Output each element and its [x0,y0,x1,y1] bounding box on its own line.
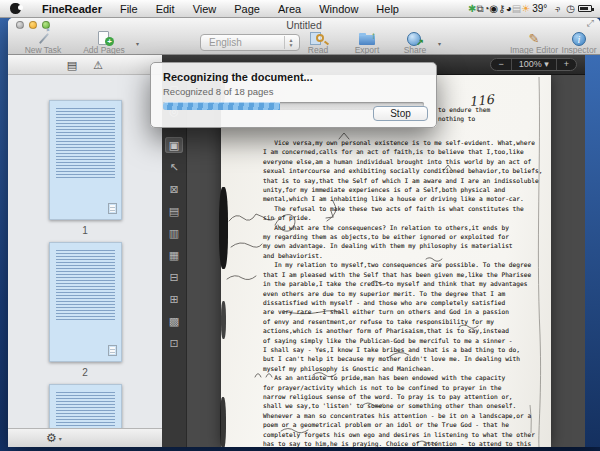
progress-bar-fill [163,102,280,110]
menu-bar: FineReaderFileEditViewPageAreaWindowHelp… [0,0,600,18]
language-select[interactable]: English ▲▼ [200,34,300,51]
share-button[interactable]: ↗▾ Share [392,31,438,55]
title-bar[interactable]: Untitled ⤢ [8,18,600,32]
scanned-page[interactable]: 116 to endure them nothing to Vice versa… [221,75,551,447]
recognized-badge-icon [108,345,117,356]
handwriting-annotations [221,75,551,447]
apple-menu-icon[interactable] [10,3,21,14]
draw-recognition-area-tool[interactable]: ▣ [165,137,183,153]
sidebar-footer: ⚙ ▾ [8,428,162,447]
thumbnail-page-number: 2 [49,362,122,384]
page-thumbnail[interactable] [49,242,122,362]
zoom-control: − 100% ▾ + [490,58,577,71]
thumbnail-list: 123 [8,75,162,428]
pages-sidebar: ▤⚠ 123 ⚙ ▾ [8,55,162,447]
zoom-level-dropdown[interactable]: 100% ▾ [511,59,557,70]
menu-item-help[interactable]: Help [367,3,408,15]
thumbnail-item: 2 [49,242,122,384]
desktop-edge [585,55,600,447]
read-icon [296,31,340,46]
weather-icon[interactable]: ☀ [521,3,530,14]
add-pages-icon: +▾ [72,31,136,46]
menu-item-view[interactable]: View [184,3,226,15]
window-title: Untitled [8,19,600,31]
thumbnail-item: 3 [49,384,122,428]
export-icon: ↑ [344,31,390,46]
add-horizontal-separator-tool[interactable]: ⊟ [165,269,183,285]
read-button[interactable]: Read [296,31,340,55]
image-editor-pencil-icon: ✎ [506,31,562,46]
fullscreen-icon[interactable]: ⤢ [587,18,594,29]
inspector-info-icon: i [558,31,600,46]
battery-icon[interactable] [578,5,592,12]
trailing-status-icons: »◷ [549,0,575,18]
status-icons: ✱⧉◔◉⚷◕▤☀ [468,0,530,18]
menu-item-finereader[interactable]: FineReader [33,3,111,15]
text-area-tool[interactable]: ▤ [165,203,183,219]
thumbnail-text-preview [56,250,115,322]
list-icon[interactable]: ▤ [512,3,521,14]
key-icon[interactable]: ⚷ [498,3,505,14]
add-pages-button[interactable]: +▾ Add Pages [72,31,136,55]
status-area: ✱⧉◔◉⚷◕▤☀ 39° »◷ [468,0,600,18]
dialog-title: Recognizing the document... [163,71,424,83]
delete-separator-tool[interactable]: ▩ [165,313,183,329]
delete-area-tool[interactable]: ⊠ [165,181,183,197]
warnings-tab[interactable]: ⚠ [93,55,103,75]
dialog-status: Recognized 8 of 18 pages [163,86,424,97]
gear-icon[interactable]: ⚙ [46,429,57,448]
stop-button[interactable]: Stop [373,106,428,121]
page-canvas[interactable]: 116 to endure them nothing to Vice versa… [188,75,585,447]
thumbnail-text-preview [56,392,115,428]
picture-area-tool[interactable]: ▥ [165,225,183,241]
thumbnail-item: 1 [49,100,122,242]
sidebar-header: ▤⚠ [8,55,162,75]
thumbnail-page-number: 1 [49,220,122,242]
page-thumbnail[interactable] [49,384,122,428]
menu-items: FineReaderFileEditViewPageAreaWindowHelp [33,0,408,18]
analyze-table-tool[interactable]: ⊡ [165,335,183,351]
share-icon: ↗▾ [392,31,438,46]
export-button[interactable]: ↑ Export [344,31,390,55]
area-tools-toolbar: ◻◎▣↖⊠▤▥▦⊟⊞▩⊡ [162,75,187,447]
menu-item-edit[interactable]: Edit [147,3,184,15]
window-chrome: Untitled ⤢ New Task +▾ Add Pages English… [8,18,600,55]
zoom-in-button[interactable]: + [557,59,576,70]
menu-item-page[interactable]: Page [225,3,269,15]
recognized-badge-icon [108,203,117,214]
menu-item-file[interactable]: File [111,3,147,15]
zoom-out-button[interactable]: − [491,59,510,70]
menu-item-area[interactable]: Area [269,3,310,15]
new-task-button[interactable]: New Task [14,31,72,55]
chevron-down-icon: ▾ [438,40,441,47]
chevron-down-icon: ▾ [136,40,139,47]
new-task-wand-icon [14,31,72,46]
windows-icon[interactable]: ⧉ [476,3,483,14]
pages-tab[interactable]: ▤ [67,55,77,75]
inspector-button[interactable]: i Inspector [558,31,600,55]
image-editor-button[interactable]: ✎ Image Editor [506,31,562,55]
recognition-progress-dialog: Recognizing the document... Recognized 8… [150,62,437,128]
add-vertical-separator-tool[interactable]: ⊞ [165,291,183,307]
chevron-down-icon: ▾ [59,435,62,442]
menu-item-window[interactable]: Window [310,3,367,15]
table-area-tool[interactable]: ▦ [165,247,183,263]
thumbnail-text-preview [56,108,115,180]
select-area-tool[interactable]: ↖ [165,159,183,175]
page-thumbnail[interactable] [49,100,122,220]
